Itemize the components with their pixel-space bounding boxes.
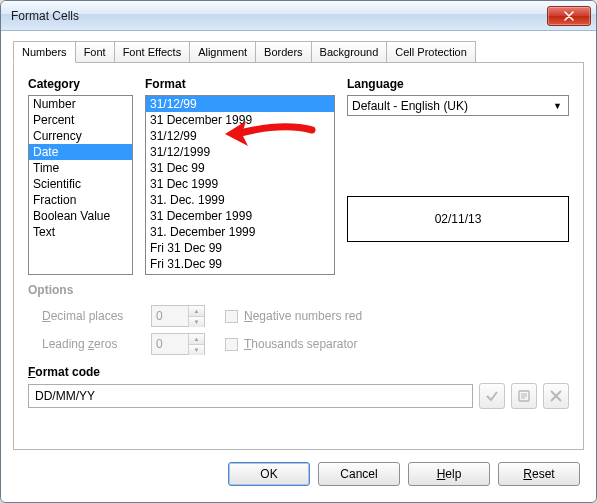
- note-icon: [517, 389, 531, 403]
- spinner-buttons: ▲▼: [188, 334, 204, 354]
- help-button[interactable]: Help: [408, 462, 490, 486]
- tab-strip: Numbers Font Font Effects Alignment Bord…: [13, 41, 584, 63]
- tab-borders[interactable]: Borders: [255, 41, 312, 62]
- category-listbox[interactable]: NumberPercentCurrencyDateTimeScientificF…: [28, 95, 133, 275]
- tab-font-effects[interactable]: Font Effects: [114, 41, 191, 62]
- window-title: Format Cells: [11, 9, 547, 23]
- tab-cell-protection[interactable]: Cell Protection: [386, 41, 476, 62]
- list-item[interactable]: 31 Dec 99: [146, 160, 334, 176]
- chevron-down-icon: ▼: [550, 101, 565, 111]
- list-item[interactable]: Percent: [29, 112, 132, 128]
- dialog-footer: OK Cancel Help Reset: [13, 450, 584, 492]
- list-item[interactable]: Text: [29, 224, 132, 240]
- close-icon: [564, 11, 574, 21]
- leading-zeros-label: Leading zeros: [28, 337, 143, 351]
- tab-font[interactable]: Font: [75, 41, 115, 62]
- reset-button[interactable]: Reset: [498, 462, 580, 486]
- tab-background[interactable]: Background: [311, 41, 388, 62]
- thousands-sep-checkbox: Thousands separator: [225, 337, 357, 351]
- ok-button[interactable]: OK: [228, 462, 310, 486]
- delete-format-button[interactable]: [543, 383, 569, 409]
- check-icon: [485, 389, 499, 403]
- list-item[interactable]: 31 December 1999: [146, 112, 334, 128]
- format-label: Format: [145, 77, 335, 91]
- format-code-input[interactable]: [28, 384, 473, 408]
- list-item[interactable]: Fri 31.Dec 99: [146, 256, 334, 272]
- decimal-places-label: Decimal places: [28, 309, 143, 323]
- list-item[interactable]: 31 December 1999: [146, 208, 334, 224]
- x-icon: [550, 390, 562, 402]
- spinner-buttons: ▲▼: [188, 306, 204, 326]
- list-item[interactable]: 31. Dec. 1999: [146, 192, 334, 208]
- category-label: Category: [28, 77, 133, 91]
- format-listbox[interactable]: 31/12/9931 December 199931/12/9931/12/19…: [145, 95, 335, 275]
- list-item[interactable]: Number: [29, 96, 132, 112]
- list-item[interactable]: 31/12/99: [146, 96, 334, 112]
- language-value: Default - English (UK): [352, 99, 468, 113]
- list-item[interactable]: Fraction: [29, 192, 132, 208]
- apply-format-button[interactable]: [479, 383, 505, 409]
- list-item[interactable]: 31/12/99: [146, 128, 334, 144]
- checkbox-icon: [225, 338, 238, 351]
- negative-red-checkbox: Negative numbers red: [225, 309, 362, 323]
- list-item[interactable]: Boolean Value: [29, 208, 132, 224]
- checkbox-icon: [225, 310, 238, 323]
- format-code-label: Format code: [28, 365, 569, 379]
- leading-zeros-spinner: ▲▼: [151, 333, 205, 355]
- format-cells-dialog: Format Cells Numbers Font Font Effects A…: [0, 0, 597, 503]
- list-item[interactable]: 31/12/1999: [146, 144, 334, 160]
- preview-value: 02/11/13: [435, 212, 482, 226]
- options-label: Options: [28, 283, 569, 297]
- decimal-places-spinner: ▲▼: [151, 305, 205, 327]
- list-item[interactable]: Date: [29, 144, 132, 160]
- list-item[interactable]: Currency: [29, 128, 132, 144]
- list-item[interactable]: 31. December 1999: [146, 224, 334, 240]
- decimal-places-input: [152, 306, 188, 326]
- tab-content-numbers: Category NumberPercentCurrencyDateTimeSc…: [13, 63, 584, 450]
- leading-zeros-input: [152, 334, 188, 354]
- list-item[interactable]: 31 Dec 1999: [146, 176, 334, 192]
- list-item[interactable]: Time: [29, 160, 132, 176]
- close-button[interactable]: [547, 6, 591, 26]
- language-select[interactable]: Default - English (UK) ▼: [347, 95, 569, 116]
- format-preview: 02/11/13: [347, 196, 569, 242]
- language-label: Language: [347, 77, 569, 91]
- titlebar[interactable]: Format Cells: [1, 1, 596, 31]
- tab-numbers[interactable]: Numbers: [13, 41, 76, 63]
- tab-alignment[interactable]: Alignment: [189, 41, 256, 62]
- list-item[interactable]: Fri 31 Dec 99: [146, 240, 334, 256]
- list-item[interactable]: Scientific: [29, 176, 132, 192]
- cancel-button[interactable]: Cancel: [318, 462, 400, 486]
- edit-comment-button[interactable]: [511, 383, 537, 409]
